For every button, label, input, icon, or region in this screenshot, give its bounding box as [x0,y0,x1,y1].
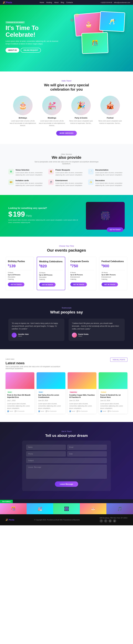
also-docs-text: Documentation Lorem ipsum dolor sit amet… [95,169,125,176]
nav-contacts[interactable]: Contacts [66,2,73,4]
footer-address-block: 308 Broadway, Fifth New York, NY 10012 f… [100,517,128,522]
phone-input[interactable] [26,452,66,456]
also-venue-text: Venue Selection Lorem ipsum dolor sit am… [15,169,45,176]
news-title-4: Fusce Ut Hendrerit Ex, Iut Rutrum Nunc [100,394,126,399]
news-item-3: Happening Curabitur Augue Nibh, Faucibus… [68,372,96,414]
promo-overlay: 🎆 [86,202,125,230]
social-youtube[interactable]: yt [113,519,116,522]
invitations-title: Invitation cards [15,180,45,182]
message-textarea[interactable] [26,465,107,478]
festival-get-btn[interactable]: GET IN TOUCH [102,282,118,286]
form-row-1 [26,445,107,450]
gallery-tab[interactable]: Our Gallery [0,500,13,503]
corporate-get-btn[interactable]: GET IN TOUCH [70,282,87,286]
party-image: 🎉 [71,96,91,115]
packages-title: Our events packages [5,248,128,252]
service-festival: 🎪 Festival Nemo enim ipsum voluptatem qu… [97,96,123,127]
testimonial-1-author: Jennifer Ador Client [12,332,61,338]
hero-images: 🎂 🥂 🎊 [64,10,128,63]
hero-online-btn[interactable]: ONLINE REQUEST [21,48,41,52]
testimonial-2: "I believe that if life gives you lemons… [69,318,125,341]
package-festival: Festival Celebrations $900 16 Hours Up t… [99,257,128,290]
also-flowers: 💐 Flower Bouquets Lorem ipsum dolor sit … [48,169,85,176]
hero-section: Celebrate as you please! It's Time To Ce… [0,5,133,72]
news-desc-4: Lorem ipsum dolor sit amet, consectetur … [100,402,126,410]
header-phone: +1(0)20 30 84 80 [101,2,112,3]
view-all-posts-btn[interactable]: VIEW ALL POSTS [110,358,128,362]
wedding-package-name: Wedding Celebrations [39,260,63,263]
news-date-2: June 20, 2018 [38,399,64,402]
date-field [67,452,107,456]
also-section: Other Services We also provide Sed ut pe… [0,144,133,195]
social-twitter[interactable]: t [104,519,107,522]
date-input[interactable] [67,452,107,456]
email-field [67,445,107,450]
corporate-price: $750 [70,264,94,268]
wedding-hours: 10 Hours [39,272,63,274]
social-instagram[interactable]: in [109,519,112,522]
nav-about[interactable]: About [54,2,58,4]
news-author-4: 👤 Daniel [100,410,106,412]
birthday-catering: Catering [8,278,32,280]
author-1-name: Jennifer Ador [18,333,29,335]
news-item-2: Event Sed Varius Eros Eu Lorem Condiment… [37,372,65,414]
festival-title: Festival [97,117,123,119]
news-title-1: Proin In Orci Duis Elit Blandit Imperdie… [7,394,33,399]
news-desc-2: Lorem ipsum dolor sit amet, consectetur … [38,402,64,410]
hero-shape-yellow [75,13,79,17]
entertainment-icon: 🎵 [48,180,54,185]
submit-btn[interactable]: Leave Message [55,481,78,487]
nav-hosting[interactable]: Hosting [46,2,52,4]
phone-field [26,452,66,456]
wedding-get-btn[interactable]: GET IN TOUCH [39,283,56,286]
email-input[interactable] [67,445,107,450]
entertainment-title: Entertainment [55,180,85,182]
venue-title: Venue Selection [15,169,45,171]
subject-input[interactable] [26,458,107,463]
contact-subtitle: Get in Touch [22,430,111,432]
form-row-4 [26,465,107,479]
hero-tag: Celebrate as you please! [5,21,25,24]
birthday-get-btn[interactable]: GET IN TOUCH [8,282,24,286]
docs-desc: Lorem ipsum dolor sit amet, consectetur … [95,172,125,176]
news-subtitle: Latest news [5,358,61,360]
news-author-2: 👤 Daniel [38,410,44,412]
logo: 🎉 Pesta [3,1,12,4]
author-1-role: Client [18,335,29,337]
package-birthday: Birthday Parties $139 5 Hours Up to 10 P… [5,257,34,290]
hero-shape-pink [70,18,74,22]
news-image-2 [37,372,65,389]
testimonial-1: "It's easy to impress me. I don't need a… [8,318,64,341]
also-decoration: ✨ Decoration Lorem ipsum dolor sit amet,… [88,180,125,187]
hero-image-3: 🎊 [81,32,108,54]
venue-icon: 🏛 [8,169,14,174]
party-title: Party & Events [68,117,94,119]
wedding-price: $820 [39,264,63,268]
promo-image-area: 🎆 GET IN TOUCH [86,202,125,230]
service-party: 🎉 Party & Events Nemo enim ipsum volupta… [68,96,94,127]
news-comments-4: 💬 No Comments [108,410,119,412]
nav-home[interactable]: Home [40,2,44,4]
contact-form: Leave Message [22,440,111,491]
also-title: We also provide [8,155,125,160]
also-venue: 🏛 Venue Selection Lorem ipsum dolor sit … [8,169,45,176]
footer-logo-icon: 🎉 [5,518,8,521]
news-image-3 [68,372,96,389]
promo-get-in-touch-btn[interactable]: GET IN TOUCH [107,228,123,232]
nav-blog[interactable]: Blog [61,2,64,4]
corporate-persons: Up to 50 Persons [70,274,94,276]
name-input[interactable] [26,445,66,450]
promo-price: 199 [13,210,25,218]
promo-price-currency: $ [8,210,12,218]
name-field [26,445,66,450]
birthdays-image: 🎂 [13,96,32,115]
social-facebook[interactable]: f [100,519,103,522]
news-item-1: Event Proin In Orci Duis Elit Blandit Im… [5,372,34,414]
promo-section: Looking for something very special? $ 19… [0,195,133,236]
testimonial-1-text: "It's easy to impress me. I don't need a… [12,322,61,330]
more-services-btn[interactable]: MORE SERVICES [56,131,77,136]
package-corporate: Corporate Events $750 8 Hours Up to 50 P… [68,257,96,290]
birthdays-desc: Lorem ipsum dolor sit amet, all etis wea… [10,120,36,127]
also-flowers-text: Flower Bouquets Lorem ipsum dolor sit am… [55,169,85,176]
hero-about-btn[interactable]: ABOUT US [5,48,19,52]
